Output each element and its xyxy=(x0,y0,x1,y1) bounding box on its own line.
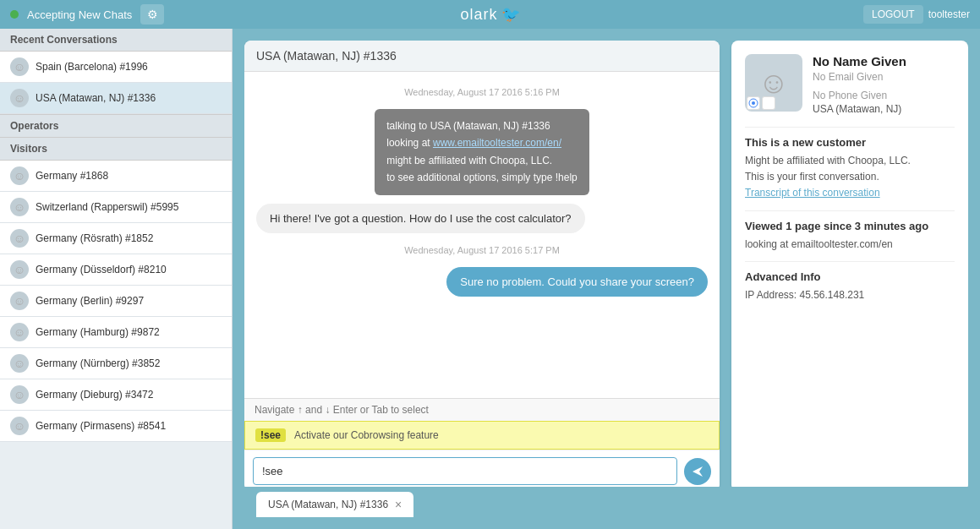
visitor-avatar xyxy=(10,198,29,216)
bottom-tab-bar: USA (Matawan, NJ) #1336 × xyxy=(244,487,968,517)
visitor-message: Hi there! I've got a question. How do I … xyxy=(256,204,585,233)
viewed-text: looking at emailtooltester.com/en xyxy=(745,237,955,253)
chat-input[interactable] xyxy=(253,457,677,485)
viewed-title: Viewed 1 page since 3 minutes ago xyxy=(745,220,955,232)
visitor-phone: No Phone Given xyxy=(813,90,955,101)
bottom-tab-label: USA (Matawan, NJ) #1336 xyxy=(268,499,388,510)
apple-icon xyxy=(762,96,775,110)
top-bar: Accepting New Chats ⚙ olark 🐦 LOGOUT too… xyxy=(0,0,980,29)
ip-address: IP Address: 45.56.148.231 xyxy=(745,287,955,303)
chrome-icon xyxy=(747,96,760,110)
chat-header: USA (Matawan, NJ) #1336 xyxy=(244,41,720,72)
command-autocomplete[interactable]: !see Activate our Cobrowsing feature xyxy=(244,421,720,450)
visitor-avatar xyxy=(10,229,29,248)
transcript-link[interactable]: Transcript of this conversation xyxy=(745,187,880,199)
operators-header: Operators xyxy=(0,114,232,138)
top-bar-left: Accepting New Chats ⚙ xyxy=(10,4,164,25)
agent-message: Sure no problem. Could you share your sc… xyxy=(446,267,708,297)
visitor-avatar xyxy=(10,166,29,185)
visitor-avatar xyxy=(10,89,29,107)
visitor-item-0[interactable]: Germany #1868 xyxy=(0,161,232,192)
svg-point-1 xyxy=(752,101,755,105)
right-panel: ☺ No Name Given No Email Given xyxy=(731,41,968,492)
main-container: Recent Conversations Spain (Barcelona) #… xyxy=(0,29,980,529)
visitor-email: No Email Given xyxy=(813,71,955,83)
chat-title: USA (Matawan, NJ) #1336 xyxy=(256,49,397,63)
visitor-label-3: Germany (Düsseldorf) #8210 xyxy=(36,264,167,275)
ip-label: IP Address: xyxy=(745,289,797,301)
command-description: Activate our Cobrowsing feature xyxy=(294,429,439,441)
sidebar: Recent Conversations Spain (Barcelona) #… xyxy=(0,29,233,529)
visitor-location: USA (Matawan, NJ) xyxy=(813,103,955,115)
chat-panel: USA (Matawan, NJ) #1336 Wednesday, Augus… xyxy=(244,41,720,492)
visitor-avatar xyxy=(10,292,29,310)
new-customer-text: Might be affiliated with Choopa, LLC. Th… xyxy=(745,153,955,202)
avatar-face-icon: ☺ xyxy=(758,68,790,98)
system-line-2: might be affiliated with Choopa, LLC. xyxy=(386,152,577,169)
system-message-box: talking to USA (Matawan, NJ) #1336 looki… xyxy=(375,109,589,195)
visitors-header: Visitors xyxy=(0,138,232,161)
command-hint-bar: Navigate ↑ and ↓ Enter or Tab to select xyxy=(244,398,720,421)
tab-close-button[interactable]: × xyxy=(395,498,402,511)
visitor-avatar xyxy=(10,57,29,76)
visitor-label-8: Germany (Pirmasens) #8541 xyxy=(36,420,166,432)
visitor-big-avatar: ☺ xyxy=(745,54,802,112)
logo: olark 🐦 xyxy=(460,5,519,24)
system-line-1: looking at www.emailtooltester.com/en/ xyxy=(386,134,577,151)
settings-button[interactable]: ⚙ xyxy=(140,4,164,25)
visitor-avatar xyxy=(10,385,29,404)
logo-bird-icon: 🐦 xyxy=(501,5,520,24)
advanced-info-title: Advanced Info xyxy=(745,270,955,283)
recent-item-label-1: USA (Matawan, NJ) #1336 xyxy=(36,92,156,104)
username-label: tooltester xyxy=(928,8,970,20)
command-tag: !see xyxy=(255,428,286,442)
system-line-0: talking to USA (Matawan, NJ) #1336 xyxy=(386,117,577,134)
chat-messages: Wednesday, August 17 2016 5:16 PM talkin… xyxy=(244,72,720,398)
profile-info: No Name Given No Email Given No Phone Gi… xyxy=(813,54,955,115)
divider-1 xyxy=(745,127,955,128)
timestamp-2: Wednesday, August 17 2016 5:17 PM xyxy=(256,245,708,255)
new-customer-title: This is a new customer xyxy=(745,136,955,149)
visitor-avatar xyxy=(10,260,29,279)
accepting-status-label: Accepting New Chats xyxy=(27,8,132,21)
system-link[interactable]: www.emailtooltester.com/en/ xyxy=(433,137,561,149)
bottom-tab[interactable]: USA (Matawan, NJ) #1336 × xyxy=(256,492,413,517)
recent-item-0[interactable]: Spain (Barcelona) #1996 xyxy=(0,52,232,83)
visitor-label-0: Germany #1868 xyxy=(36,170,108,182)
visitor-item-6[interactable]: Germany (Nürnberg) #3852 xyxy=(0,348,232,379)
browser-icons xyxy=(747,96,775,110)
send-button[interactable] xyxy=(684,458,711,485)
visitor-label-7: Germany (Dieburg) #3472 xyxy=(36,389,153,401)
visitor-name: No Name Given xyxy=(813,54,955,68)
visitor-label-5: Germany (Hamburg) #9872 xyxy=(36,326,160,338)
visitor-item-3[interactable]: Germany (Düsseldorf) #8210 xyxy=(0,254,232,286)
top-bar-right: LOGOUT tooltester xyxy=(863,5,970,24)
visitor-label-4: Germany (Berlin) #9297 xyxy=(36,295,144,307)
visitor-item-5[interactable]: Germany (Hamburg) #9872 xyxy=(0,317,232,348)
ip-value: 45.56.148.231 xyxy=(800,289,865,301)
recent-conversations-header: Recent Conversations xyxy=(0,29,232,52)
visitor-label-6: Germany (Nürnberg) #3852 xyxy=(36,357,160,369)
timestamp-1: Wednesday, August 17 2016 5:16 PM xyxy=(256,87,708,97)
visitor-item-1[interactable]: Switzerland (Rapperswil) #5995 xyxy=(0,192,232,223)
divider-2 xyxy=(745,210,955,211)
visitor-label-1: Switzerland (Rapperswil) #5995 xyxy=(36,201,178,213)
visitor-profile: ☺ No Name Given No Email Given xyxy=(745,54,955,115)
content-area: USA (Matawan, NJ) #1336 Wednesday, Augus… xyxy=(233,29,980,529)
logo-text: olark xyxy=(460,6,497,24)
recent-item-label-0: Spain (Barcelona) #1996 xyxy=(36,61,148,73)
recent-item-1[interactable]: USA (Matawan, NJ) #1336 xyxy=(0,83,232,114)
visitor-item-7[interactable]: Germany (Dieburg) #3472 xyxy=(0,379,232,411)
logout-button[interactable]: LOGOUT xyxy=(863,5,923,24)
visitor-avatar xyxy=(10,354,29,373)
visitor-item-8[interactable]: Germany (Pirmasens) #8541 xyxy=(0,411,232,442)
status-dot xyxy=(10,10,19,19)
system-line-3: to see additional options, simply type !… xyxy=(386,169,577,186)
visitor-item-4[interactable]: Germany (Berlin) #9297 xyxy=(0,286,232,317)
visitor-label-2: Germany (Rösrath) #1852 xyxy=(36,232,153,244)
visitor-avatar xyxy=(10,417,29,435)
visitor-avatar xyxy=(10,323,29,341)
command-hint-text: Navigate ↑ and ↓ Enter or Tab to select xyxy=(255,404,429,416)
visitor-item-2[interactable]: Germany (Rösrath) #1852 xyxy=(0,223,232,254)
chat-input-area xyxy=(244,450,720,492)
